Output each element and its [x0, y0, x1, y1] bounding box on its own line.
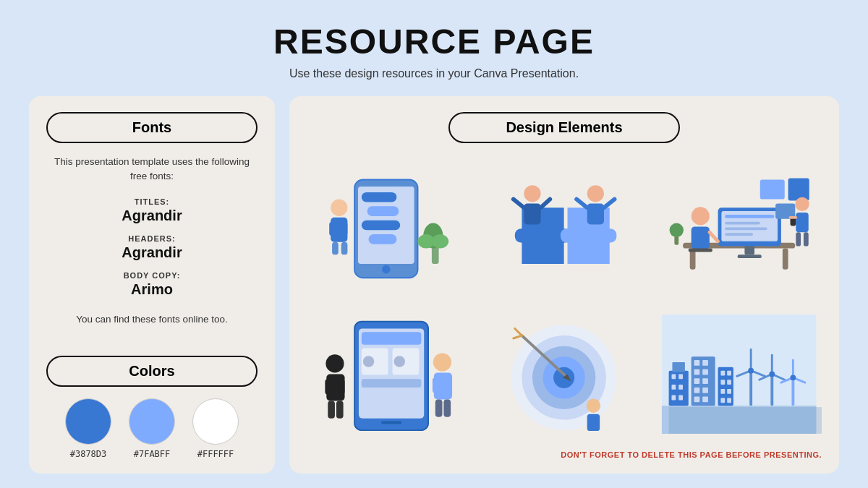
svg-rect-12 [341, 242, 348, 254]
svg-rect-10 [342, 221, 348, 235]
color-hex-1: #3878D3 [70, 449, 107, 459]
svg-rect-103 [694, 388, 699, 393]
svg-line-38 [710, 232, 718, 241]
footer-note: DON'T FORGET TO DELETE THIS PAGE BEFORE … [307, 450, 822, 459]
svg-rect-58 [362, 380, 422, 388]
illus-cell-3 [656, 155, 822, 296]
svg-rect-109 [727, 371, 731, 376]
svg-rect-33 [725, 221, 760, 224]
svg-rect-131 [668, 407, 822, 434]
svg-point-62 [326, 355, 344, 373]
main-content: Fonts This presentation template uses th… [29, 96, 839, 474]
svg-line-23 [576, 199, 587, 207]
font-entry-body: BODY COPY: Arimo [46, 268, 258, 298]
svg-point-6 [382, 265, 391, 274]
color-swatches: #3878D3 #7FABFF #FFFFFF [46, 398, 258, 459]
svg-rect-18 [524, 203, 541, 224]
svg-rect-3 [367, 206, 399, 216]
svg-rect-100 [702, 369, 708, 375]
font-type-headers: HEADERS: [128, 234, 175, 243]
svg-rect-30 [744, 246, 754, 254]
svg-rect-114 [720, 398, 725, 403]
svg-rect-89 [672, 362, 684, 372]
svg-rect-35 [725, 233, 753, 236]
svg-rect-72 [435, 400, 443, 417]
color-circle-1 [65, 398, 111, 445]
svg-point-16 [432, 234, 448, 248]
svg-rect-101 [694, 379, 699, 385]
svg-rect-99 [694, 369, 699, 375]
svg-rect-112 [720, 389, 725, 394]
svg-point-125 [769, 372, 775, 377]
fonts-description: This presentation template uses the foll… [46, 155, 258, 184]
svg-rect-53 [362, 333, 422, 345]
svg-rect-34 [725, 227, 767, 230]
svg-rect-5 [369, 234, 397, 244]
page-title: RESOURCE PAGE [273, 22, 595, 61]
font-type-titles: TITLES: [135, 197, 170, 206]
right-panel: Design Elements [289, 96, 839, 474]
color-circle-3 [192, 398, 239, 445]
illus-cell-5 [481, 304, 647, 445]
svg-rect-39 [688, 248, 712, 252]
svg-rect-67 [336, 401, 344, 419]
color-hex-2: #7FABFF [134, 449, 171, 459]
svg-rect-84 [587, 414, 600, 431]
font-type-body: BODY COPY: [124, 271, 181, 280]
svg-rect-70 [433, 378, 438, 393]
colors-label: Colors [46, 356, 258, 387]
page-subtitle: Use these design resources in your Canva… [289, 67, 579, 80]
font-name-headers: Agrandir [46, 244, 258, 261]
swatch-1: #3878D3 [65, 398, 111, 459]
svg-rect-98 [702, 360, 708, 366]
svg-line-24 [604, 199, 615, 207]
svg-rect-66 [328, 401, 335, 419]
svg-rect-113 [727, 389, 731, 394]
svg-rect-91 [678, 374, 683, 380]
fonts-note: You can find these fonts online too. [46, 314, 258, 325]
svg-rect-2 [362, 192, 397, 202]
svg-rect-92 [671, 385, 676, 390]
svg-rect-64 [325, 380, 331, 395]
svg-rect-106 [702, 397, 708, 403]
svg-rect-59 [362, 392, 422, 398]
illustrations-grid [307, 155, 822, 445]
swatch-2: #7FABFF [129, 398, 175, 459]
color-hex-3: #FFFFFF [197, 449, 234, 459]
svg-point-21 [587, 185, 604, 202]
svg-rect-32 [725, 215, 774, 218]
svg-rect-115 [727, 398, 731, 403]
illus-cell-2 [481, 155, 647, 296]
svg-line-20 [541, 199, 550, 207]
svg-rect-110 [720, 380, 725, 385]
svg-rect-93 [678, 385, 683, 390]
svg-rect-9 [329, 221, 335, 235]
svg-point-7 [331, 199, 347, 215]
svg-rect-27 [782, 248, 788, 269]
svg-rect-90 [671, 374, 676, 380]
svg-rect-126 [791, 378, 794, 406]
font-name-body: Arimo [46, 281, 258, 298]
svg-point-36 [691, 207, 709, 225]
font-entry-titles: TITLES: Agrandir [46, 194, 258, 224]
svg-rect-4 [362, 220, 400, 230]
svg-line-81 [515, 329, 522, 336]
svg-point-68 [433, 354, 451, 372]
svg-rect-95 [678, 395, 683, 401]
svg-rect-61 [381, 421, 401, 424]
font-name-titles: Agrandir [46, 207, 258, 224]
svg-rect-60 [362, 402, 404, 408]
swatch-3: #FFFFFF [192, 398, 239, 459]
design-elements-label: Design Elements [448, 112, 680, 143]
svg-point-56 [363, 356, 375, 368]
illus-cell-1 [307, 155, 472, 296]
svg-rect-108 [720, 371, 725, 376]
svg-rect-102 [702, 379, 708, 385]
svg-rect-31 [737, 254, 761, 258]
illus-cell-4 [307, 304, 472, 445]
left-panel: Fonts This presentation template uses th… [29, 96, 275, 474]
svg-rect-71 [446, 378, 452, 393]
svg-rect-42 [760, 179, 784, 199]
color-circle-2 [129, 398, 175, 445]
svg-rect-11 [332, 242, 339, 254]
